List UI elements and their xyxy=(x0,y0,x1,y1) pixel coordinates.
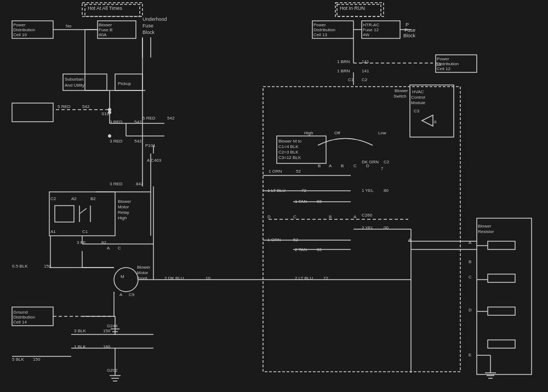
svg-text:Motor: Motor xyxy=(118,204,129,209)
svg-text:Ground: Ground xyxy=(13,310,28,315)
svg-text:Resistor: Resistor xyxy=(478,229,494,234)
svg-text:Blower M to: Blower M to xyxy=(278,139,302,144)
svg-text:High: High xyxy=(304,130,313,135)
svg-text:60A: 60A xyxy=(99,32,107,37)
svg-text:3 BLK: 3 BLK xyxy=(74,328,86,333)
svg-text:C9: C9 xyxy=(129,292,135,297)
svg-text:A: A xyxy=(353,214,357,219)
svg-text:P: P xyxy=(406,22,409,27)
svg-text:Power: Power xyxy=(313,22,326,27)
svg-text:C2: C2 xyxy=(384,160,390,164)
svg-text:Distribution: Distribution xyxy=(313,27,335,32)
svg-text:Cell 13: Cell 13 xyxy=(313,32,327,37)
svg-text:52: 52 xyxy=(296,169,301,174)
svg-text:8: 8 xyxy=(434,120,437,124)
svg-text:Suburban: Suburban xyxy=(65,77,84,82)
svg-text:A: A xyxy=(469,240,472,245)
svg-text:0.5 BLK: 0.5 BLK xyxy=(12,264,28,269)
svg-text:B: B xyxy=(469,259,471,264)
svg-text:150: 150 xyxy=(103,328,111,333)
svg-text:1 BRN: 1 BRN xyxy=(337,59,350,64)
svg-text:C3=12 BLK: C3=12 BLK xyxy=(278,155,301,160)
svg-text:Switch: Switch xyxy=(393,94,407,99)
svg-text:Off: Off xyxy=(334,130,340,135)
svg-rect-185 xyxy=(488,307,515,315)
svg-text:Block: Block xyxy=(142,30,155,35)
svg-text:Block: Block xyxy=(403,33,416,38)
svg-text:B: B xyxy=(318,163,321,168)
svg-text:Blower: Blower xyxy=(118,199,132,204)
svg-text:Blower: Blower xyxy=(395,88,408,93)
svg-text:A2: A2 xyxy=(71,196,77,201)
svg-rect-186 xyxy=(488,340,515,348)
svg-text:1 BRN: 1 BRN xyxy=(337,69,350,73)
svg-text:Fuse: Fuse xyxy=(404,27,415,33)
svg-text:Cell 12: Cell 12 xyxy=(437,66,450,71)
svg-text:542: 542 xyxy=(82,104,90,109)
svg-text:Fuse 12: Fuse 12 xyxy=(363,27,379,32)
svg-text:HVAC: HVAC xyxy=(412,89,424,94)
svg-text:542: 542 xyxy=(134,139,142,144)
svg-text:150: 150 xyxy=(33,357,41,362)
svg-text:C2: C2 xyxy=(50,196,56,201)
svg-text:Blower: Blower xyxy=(99,22,112,27)
svg-text:M: M xyxy=(121,274,124,279)
svg-text:542: 542 xyxy=(167,116,175,121)
svg-text:Motor: Motor xyxy=(137,270,149,275)
svg-text:4W: 4W xyxy=(363,32,369,37)
svg-text:A: A xyxy=(329,163,332,168)
svg-text:Blower: Blower xyxy=(478,224,492,229)
svg-point-220 xyxy=(108,108,111,111)
svg-text:Hot At All Times: Hot At All Times xyxy=(88,5,123,11)
svg-text:Distribution: Distribution xyxy=(13,27,35,32)
svg-text:3 RED: 3 RED xyxy=(110,181,123,186)
svg-text:Low: Low xyxy=(378,130,386,135)
svg-text:Power: Power xyxy=(437,56,449,61)
svg-text:C2: C2 xyxy=(362,77,368,82)
svg-text:7: 7 xyxy=(381,166,384,171)
svg-point-221 xyxy=(108,134,111,138)
svg-text:High: High xyxy=(118,215,127,220)
svg-text:D: D xyxy=(469,308,472,313)
svg-text:Cell 10: Cell 10 xyxy=(13,32,27,37)
svg-text:141: 141 xyxy=(362,69,369,73)
svg-text:E: E xyxy=(469,353,471,357)
svg-rect-62 xyxy=(12,103,53,122)
svg-text:Control: Control xyxy=(411,95,425,100)
svg-text:Cell 14: Cell 14 xyxy=(13,320,27,325)
svg-text:No: No xyxy=(66,24,72,29)
svg-text:1 YEL: 1 YEL xyxy=(362,188,374,193)
svg-text:3 RED: 3 RED xyxy=(110,139,123,144)
svg-text:C2=3 BLK: C2=3 BLK xyxy=(278,150,299,155)
svg-text:D: D xyxy=(267,214,271,219)
svg-text:C1: C1 xyxy=(82,229,88,234)
svg-rect-184 xyxy=(488,274,515,282)
svg-text:5 RED: 5 RED xyxy=(142,116,156,121)
svg-text:G244: G244 xyxy=(107,323,118,328)
svg-text:Relay: Relay xyxy=(118,210,129,215)
svg-text:80: 80 xyxy=(384,188,389,193)
svg-text:B: B xyxy=(329,214,332,219)
svg-text:Distribution: Distribution xyxy=(13,315,35,320)
svg-point-102 xyxy=(114,268,138,292)
svg-text:B2: B2 xyxy=(90,196,96,201)
svg-text:C: C xyxy=(469,275,472,280)
svg-text:G202: G202 xyxy=(107,368,118,373)
svg-rect-94 xyxy=(55,206,74,222)
svg-text:Pickup: Pickup xyxy=(118,81,132,86)
svg-text:A1: A1 xyxy=(50,229,56,234)
svg-text:C3: C3 xyxy=(414,109,420,113)
svg-text:HTR-AC: HTR-AC xyxy=(363,22,379,27)
svg-text:C260: C260 xyxy=(362,213,373,218)
svg-text:And Utility: And Utility xyxy=(65,83,84,88)
svg-text:C1: C1 xyxy=(348,77,354,82)
svg-text:5 RED: 5 RED xyxy=(58,104,71,109)
svg-text:Fuse B: Fuse B xyxy=(99,27,112,32)
svg-text:Ea: Ea xyxy=(435,61,441,67)
svg-text:C1=4 BLK: C1=4 BLK xyxy=(278,144,299,149)
svg-text:Underhood: Underhood xyxy=(142,16,167,22)
svg-text:C: C xyxy=(293,214,296,219)
svg-rect-183 xyxy=(488,241,515,249)
wiring-diagram: Hot At All Times Hot In RUN Power Distri… xyxy=(0,0,548,392)
svg-text:1 ORN: 1 ORN xyxy=(269,169,282,174)
